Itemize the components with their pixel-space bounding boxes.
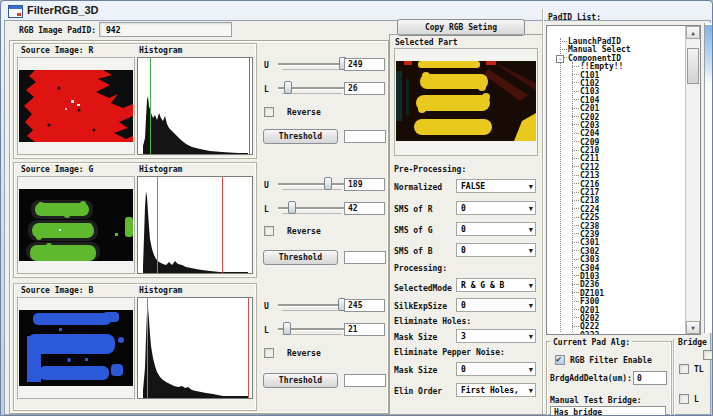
channel-r-lower-slider[interactable]	[278, 81, 348, 96]
bridge-delta-label: BrdgAddDelta(um):	[550, 374, 632, 383]
scrollbar-thumb[interactable]	[687, 48, 699, 84]
vertical-splitter[interactable]	[542, 9, 543, 412]
tree-item-c211[interactable]: C211	[547, 155, 685, 163]
tree-item-c302[interactable]: C302	[547, 248, 685, 256]
normalized-combo[interactable]: FALSE▼	[456, 179, 536, 193]
channel-b-upper-slider[interactable]	[278, 298, 348, 313]
tree-item-d236[interactable]: D236	[547, 281, 685, 289]
channel-b-l-value-field[interactable]	[344, 323, 385, 336]
pepper-mask-size-combo[interactable]: 0▼	[456, 362, 536, 376]
tree-item-d103[interactable]: D103	[547, 273, 685, 281]
scroll-down-button[interactable]: ▼	[686, 321, 700, 334]
tree-item-c303[interactable]: C303	[547, 256, 685, 264]
slider-thumb[interactable]	[288, 201, 296, 214]
tree-item-c102[interactable]: C102	[547, 80, 685, 88]
channel-r-l-value-field[interactable]	[344, 82, 385, 95]
channel-g-reverse-checkbox[interactable]	[264, 226, 274, 236]
tree-item-f300[interactable]: F300	[547, 298, 685, 306]
channel-r-u-value-field[interactable]	[344, 58, 385, 71]
tree-item-c209[interactable]: C209	[547, 139, 685, 147]
tree-item-c238[interactable]: C238	[547, 223, 685, 231]
bridge-l-checkbox[interactable]	[679, 394, 689, 404]
tree-item-c202[interactable]: C202	[547, 114, 685, 122]
slider-thumb[interactable]	[283, 322, 291, 335]
tree-scrollbar[interactable]: ▲ ▼	[685, 26, 700, 334]
channel-r-reverse-checkbox[interactable]	[264, 107, 274, 117]
tree-expander-icon[interactable]: -	[556, 55, 564, 63]
tree-item-c304[interactable]: C304	[547, 265, 685, 273]
channel-g-upper-slider[interactable]	[278, 177, 348, 192]
silk-exp-size-combo[interactable]: 0▼	[456, 298, 536, 312]
bridge-l-label: L	[694, 395, 699, 404]
tree-connector-dash	[572, 199, 579, 201]
tree-item-c201[interactable]: C201	[547, 105, 685, 113]
slider-thumb[interactable]	[324, 177, 332, 190]
tree-item-c301[interactable]: C301	[547, 239, 685, 247]
elin-order-combo[interactable]: First Holes,▼	[456, 383, 536, 397]
tree-item-c217[interactable]: C217	[547, 189, 685, 197]
tree-item-c218[interactable]: C218	[547, 197, 685, 205]
tree-item-q202[interactable]: Q202	[547, 315, 685, 323]
bridge-checkbox-partial[interactable]	[703, 350, 713, 360]
tree-item-c239[interactable]: C239	[547, 231, 685, 239]
manual-test-bridge-field[interactable]	[550, 406, 666, 416]
tree-item-c212[interactable]: C212	[547, 164, 685, 172]
tree-connector-dash	[572, 191, 579, 193]
channel-g-threshold-button[interactable]: Threshold	[263, 250, 338, 265]
channel-r-threshold-result-field[interactable]	[344, 130, 386, 143]
holes-mask-size-label: Mask Size	[394, 333, 437, 342]
combo-value: 0	[461, 246, 466, 255]
tree-item-c104[interactable]: C104	[547, 97, 685, 105]
channel-r-upper-slider[interactable]	[278, 57, 348, 72]
title-bar[interactable]: FilterRGB_3D	[1, 1, 712, 20]
combo-value: 0	[461, 301, 466, 310]
rgb-filter-enable-checkbox[interactable]	[555, 355, 565, 365]
scroll-up-button[interactable]: ▲	[686, 26, 700, 39]
channel-b-threshold-button[interactable]: Threshold	[263, 373, 338, 388]
selected-mode-combo[interactable]: R & G & B▼	[456, 278, 536, 292]
tree-connector-dash	[572, 283, 579, 285]
channel-b-histogram-bars	[138, 298, 252, 398]
channel-b-reverse-checkbox[interactable]	[264, 348, 274, 358]
tree-connector-dash	[572, 157, 579, 159]
tree-item-empty[interactable]: !!Empty!!	[547, 63, 685, 71]
sms-of-b-combo[interactable]: 0▼	[456, 243, 536, 257]
channel-g-lower-slider[interactable]	[278, 201, 348, 216]
tree-item-q223[interactable]: Q223	[547, 332, 685, 335]
tree-connector-dash	[572, 258, 579, 260]
tree-connector-dash	[572, 149, 579, 151]
selected-part-image	[394, 48, 538, 156]
tree-item-q222[interactable]: Q222	[547, 323, 685, 331]
bridge-tl-label: TL	[694, 365, 704, 374]
tree-item-c213[interactable]: C213	[547, 172, 685, 180]
tree-item-c204[interactable]: C204	[547, 130, 685, 138]
tree-item-q201[interactable]: Q201	[547, 307, 685, 315]
channel-r-threshold-button[interactable]: Threshold	[263, 129, 338, 144]
channel-g-l-value-field[interactable]	[344, 202, 385, 215]
tree-item-c103[interactable]: C103	[547, 88, 685, 96]
tree-item-dz101[interactable]: DZ101	[547, 290, 685, 298]
tree-item-c101[interactable]: C101	[547, 72, 685, 80]
background-window-fragment	[704, 23, 713, 333]
tree-item-c210[interactable]: C210	[547, 147, 685, 155]
holes-mask-size-combo[interactable]: 3▼	[456, 329, 536, 343]
channel-g-u-value-field[interactable]	[344, 178, 385, 191]
channel-g-source-label: Source Image: G	[21, 165, 93, 174]
bridge-delta-field[interactable]	[633, 371, 667, 385]
tree-item-c225[interactable]: C225	[547, 214, 685, 222]
tree-item-c224[interactable]: C224	[547, 206, 685, 214]
current-pad-alg-title: Current Pad Alg:	[551, 338, 632, 347]
padid-list-title: PadID List:	[548, 13, 601, 22]
channel-b-threshold-result-field[interactable]	[344, 374, 386, 387]
bridge-tl-checkbox[interactable]	[679, 364, 689, 374]
sms-of-g-combo[interactable]: 0▼	[456, 222, 536, 236]
channel-b-u-value-field[interactable]	[344, 299, 385, 312]
sms-of-r-combo[interactable]: 0▼	[456, 201, 536, 215]
channel-g-threshold-result-field[interactable]	[344, 251, 386, 264]
tree-item-c216[interactable]: C216	[547, 181, 685, 189]
slider-thumb[interactable]	[284, 81, 292, 94]
combo-value: R & G & B	[461, 281, 504, 290]
tree-connector-dash	[572, 325, 579, 327]
tree-item-c203[interactable]: C203	[547, 122, 685, 130]
channel-b-lower-slider[interactable]	[278, 322, 348, 337]
